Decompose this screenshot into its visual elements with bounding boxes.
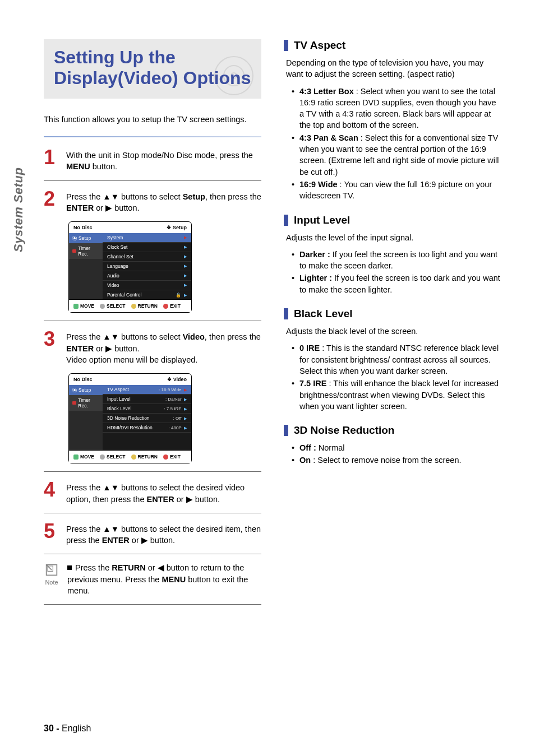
text: Setup [173, 225, 187, 230]
note-block: Note Press the RETURN or ◀ button to ret… [44, 562, 261, 596]
text: Timer Rec. [78, 397, 99, 409]
gear-icon [72, 236, 77, 240]
text: RETURN [138, 454, 158, 460]
bold: 7.5 IRE [299, 379, 326, 388]
label: Input Level [107, 396, 131, 402]
divider [44, 513, 261, 513]
section-3d-noise: 3D Noise Reduction •Off : Normal •On : S… [284, 424, 501, 466]
osd-left-panel: Setup Timer Rec. [69, 385, 103, 450]
text: Setup [79, 235, 91, 241]
bullet-dot-icon: • [292, 132, 299, 178]
bullet-item: •On : Select to remove noise from the sc… [292, 454, 501, 466]
label: Video [107, 282, 119, 288]
text: button. [112, 203, 139, 212]
bold: ENTER [102, 536, 130, 545]
right-column: TV Aspect Depending on the type of telev… [284, 39, 501, 613]
select-icon [100, 304, 105, 309]
bold: ENTER [147, 495, 174, 504]
osd-row-audio: Audio▶ [103, 271, 191, 281]
divider [44, 554, 261, 554]
osd-right-panel: TV Aspect: 16:9 Wide ▶ Input Level: Dark… [103, 385, 191, 450]
step-5: 5 Press the ▲▼ buttons to select the des… [44, 521, 261, 546]
text: Press the [66, 525, 103, 534]
section-title: TV Aspect [294, 39, 345, 52]
osd-row-3dnoise: 3D Noise Reduction: Off ▶ [103, 414, 191, 423]
bullet-text: Darker : If you feel the screen is too l… [299, 249, 501, 272]
section-bar-icon [284, 425, 288, 436]
osd-row-system: System▶ [103, 233, 191, 243]
section-input-level: Input Level Adjusts the level of the inp… [284, 214, 501, 295]
bold: RETURN [112, 563, 145, 572]
section-bar-icon [284, 308, 288, 319]
section-tv-aspect: TV Aspect Depending on the type of telev… [284, 39, 501, 202]
section-header: TV Aspect [284, 39, 501, 52]
spacer [69, 259, 103, 294]
value: : Off ▶ [173, 416, 187, 421]
bullet-text: 16:9 Wide : You can view the full 16:9 p… [299, 179, 501, 202]
recorder-icon [72, 401, 76, 405]
osd-footer-move: MOVE [73, 303, 94, 309]
side-tab-label: System Setup [11, 168, 26, 253]
text: MOVE [80, 454, 94, 460]
bold: MENU [66, 162, 90, 171]
step-2: 2 Press the ▲▼ buttons to select Setup, … [44, 189, 261, 214]
bullet-text: 4:3 Letter Box : Select when you want to… [299, 86, 501, 131]
bold: Off : [299, 443, 316, 452]
bullet-item: •7.5 IRE : This will enhance the black l… [292, 378, 501, 412]
left-arrow-icon: ◀ [158, 563, 164, 572]
step-text: With the unit in Stop mode/No Disc mode,… [66, 147, 261, 173]
section-bar-icon [284, 215, 288, 226]
label: Audio [107, 273, 119, 279]
osd-video-screenshot: No Disc ❖Video Setup Timer Rec. TV Aspec… [68, 373, 192, 463]
bullet-dot-icon: • [292, 378, 299, 412]
right-triangle-icon: ▶ [184, 426, 187, 430]
label: HDMI/DVI Resolution [107, 425, 153, 430]
bullet-item: •Off : Normal [292, 442, 501, 453]
text: Video [173, 377, 187, 382]
text: : Darker [165, 397, 181, 402]
bold: Lighter : [299, 273, 332, 282]
osd-row-clock: Clock Set▶ [103, 243, 191, 252]
bullet-item: •4:3 Pan & Scan : Select this for a conv… [292, 132, 501, 178]
osd-left-item-setup: Setup [69, 233, 103, 243]
divider [44, 321, 261, 321]
diamond-icon: ❖ [167, 225, 171, 230]
spacer [103, 433, 191, 443]
step-4: 4 Press the ▲▼ buttons to select the des… [44, 480, 261, 505]
osd-footer-select: SELECT [100, 303, 126, 309]
divider [44, 471, 261, 472]
text: button. [112, 344, 139, 353]
note-icon-wrap: Note [44, 562, 59, 586]
section-black-level: Black Level Adjusts the black level of t… [284, 308, 501, 412]
updown-arrows-icon: ▲▼ [103, 483, 119, 492]
osd-header: No Disc ❖Video [69, 374, 191, 385]
label: TV Aspect [107, 387, 129, 392]
text: or [94, 203, 105, 212]
page: System Setup Setting Up the Display(Vide… [0, 0, 535, 756]
note-hand-icon [44, 562, 59, 578]
bullet-text: On : Select to remove noise from the scr… [299, 454, 501, 466]
step-3: 3 Press the ▲▼ buttons to select Video, … [44, 329, 261, 365]
bullet-dot-icon: • [292, 342, 299, 377]
osd-row-hdmi: HDMI/DVI Resolution: 480P ▶ [103, 423, 191, 433]
text: Press the [66, 483, 103, 492]
right-triangle-icon: ▶ [184, 416, 187, 420]
updown-arrows-icon: ▲▼ [103, 192, 119, 201]
bold: 4:3 Letter Box [299, 87, 354, 96]
osd-left-item-timer: Timer Rec. [69, 395, 103, 411]
divider [44, 180, 261, 181]
osd-row-parental: Parental Control🔒 ▶ [103, 290, 191, 299]
text: RETURN [138, 303, 158, 309]
right-triangle-icon: ▶ [184, 293, 187, 297]
bold: ENTER [66, 344, 94, 353]
osd-row-video: Video▶ [103, 281, 191, 290]
updown-arrows-icon: ▲▼ [103, 332, 119, 341]
section-body: Adjusts the black level of the screen. •… [286, 326, 501, 412]
bullet-text: 7.5 IRE : This will enhance the black le… [299, 378, 501, 412]
right-triangle-icon: ▶ [184, 397, 187, 401]
label: Clock Set [107, 244, 127, 250]
osd-footer: MOVE SELECT RETURN EXIT [69, 450, 191, 463]
text: : This will enhance the black level for … [299, 379, 499, 411]
text: EXIT [170, 303, 181, 309]
osd-footer-move: MOVE [73, 454, 94, 460]
